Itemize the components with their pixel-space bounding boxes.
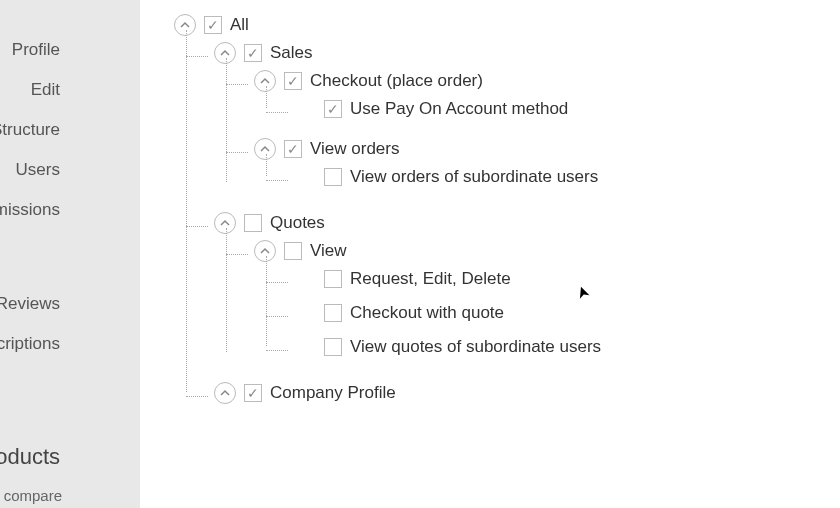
sidebar-item-permissions[interactable]: Permissions [0,190,140,230]
tree-spacer [294,302,316,324]
sidebar-heading-products: Products [0,444,60,470]
tree-label-use-pay-on-account-method: Use Pay On Account method [350,99,568,119]
collapse-icon[interactable] [254,70,276,92]
checkbox-view-quotes-of-subordinate-users[interactable] [324,338,342,356]
collapse-icon[interactable] [174,14,196,36]
permissions-tree-panel: AllSalesCheckout (place order)Use Pay On… [140,0,840,508]
checkbox-request-edit-delete[interactable] [324,270,342,288]
checkbox-all[interactable] [204,16,222,34]
tree-label-view-orders-of-subordinate-users: View orders of subordinate users [350,167,598,187]
tree-label-view-orders: View orders [310,139,399,159]
collapse-icon[interactable] [254,240,276,262]
sidebar-sub-compare[interactable]: Add to compare [0,487,62,504]
sidebar-item-subscriptions[interactable]: Subscriptions [0,324,140,364]
tree-spacer [294,336,316,358]
sidebar-item-users[interactable]: Users [0,150,140,190]
tree-label-request-edit-delete: Request, Edit, Delete [350,269,511,289]
checkbox-checkout-with-quote[interactable] [324,304,342,322]
sidebar-item-reviews[interactable]: Reviews [0,284,140,324]
checkbox-view-orders-of-subordinate-users[interactable] [324,168,342,186]
checkbox-checkout-place-order[interactable] [284,72,302,90]
tree-label-checkout-place-order: Checkout (place order) [310,71,483,91]
checkbox-view-orders[interactable] [284,140,302,158]
tree-label-view-quotes-of-subordinate-users: View quotes of subordinate users [350,337,601,357]
collapse-icon[interactable] [214,382,236,404]
checkbox-company-profile[interactable] [244,384,262,402]
sidebar-item-profile[interactable]: Profile [0,30,140,70]
tree-label-checkout-with-quote: Checkout with quote [350,303,504,323]
tree-spacer [294,166,316,188]
collapse-icon[interactable] [214,42,236,64]
tree-label-quotes: Quotes [270,213,325,233]
sidebar: Profile Edit Structure Users Permissions… [0,0,140,508]
tree-spacer [294,268,316,290]
checkbox-quotes[interactable] [244,214,262,232]
sidebar-item-edit[interactable]: Edit [0,70,140,110]
checkbox-sales[interactable] [244,44,262,62]
checkbox-view[interactable] [284,242,302,260]
tree-label-sales: Sales [270,43,313,63]
collapse-icon[interactable] [254,138,276,160]
tree-label-view: View [310,241,347,261]
collapse-icon[interactable] [214,212,236,234]
tree-label-all: All [230,15,249,35]
permissions-tree: AllSalesCheckout (place order)Use Pay On… [174,8,840,416]
checkbox-use-pay-on-account-method[interactable] [324,100,342,118]
tree-spacer [294,98,316,120]
sidebar-item-structure[interactable]: Structure [0,110,140,150]
tree-label-company-profile: Company Profile [270,383,396,403]
